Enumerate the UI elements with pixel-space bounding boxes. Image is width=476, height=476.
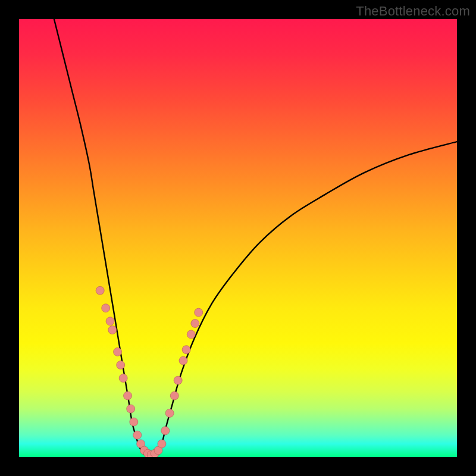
data-point xyxy=(179,356,187,365)
curve-group xyxy=(54,19,457,456)
plot-area xyxy=(19,19,457,457)
data-point xyxy=(187,330,195,339)
data-point xyxy=(130,418,138,426)
bottleneck-curve xyxy=(54,19,457,456)
data-point xyxy=(119,374,127,383)
data-point xyxy=(108,326,117,334)
data-point xyxy=(106,317,114,325)
data-point xyxy=(191,320,199,328)
data-point xyxy=(133,431,142,439)
data-point xyxy=(158,440,166,448)
data-point xyxy=(124,392,132,400)
data-point xyxy=(161,427,170,435)
data-point xyxy=(174,376,182,384)
data-point xyxy=(165,409,174,417)
marker-group xyxy=(96,286,203,457)
data-point xyxy=(182,346,190,354)
data-point xyxy=(195,308,203,317)
chart-svg xyxy=(19,19,457,457)
chart-frame: TheBottleneck.com xyxy=(0,0,476,476)
data-point xyxy=(117,361,125,369)
data-point xyxy=(127,405,135,413)
data-point xyxy=(96,286,104,295)
data-point xyxy=(102,304,110,312)
watermark-text: TheBottleneck.com xyxy=(356,4,470,19)
data-point xyxy=(170,392,178,400)
data-point xyxy=(114,347,122,356)
